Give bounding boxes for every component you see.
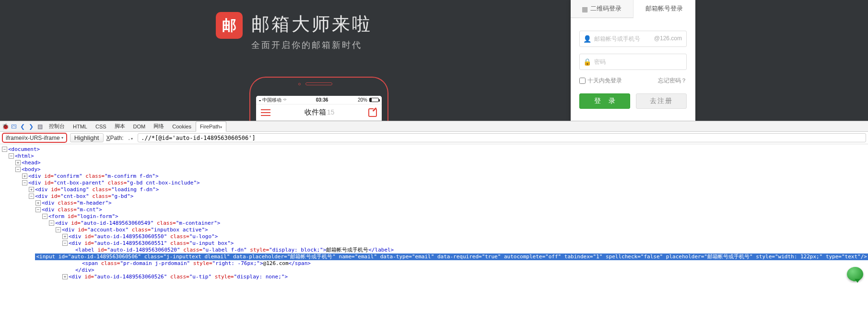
signal-icon [259, 97, 261, 103]
xpath-mode-dropdown[interactable]: . [127, 135, 135, 141]
devtools-tab-css[interactable]: CSS [92, 121, 111, 131]
xpath-input[interactable] [138, 133, 866, 142]
promo-banner: 邮 邮箱大师来啦 全面开启你的邮箱新时代 [216, 12, 372, 51]
compose-icon [368, 108, 377, 117]
devtools-tab-网络[interactable]: 网络 [150, 121, 168, 131]
promo-subtitle: 全面开启你的邮箱新时代 [251, 39, 372, 51]
firebug-icon[interactable]: 🐞 [1, 122, 10, 131]
devtools-tab-脚本[interactable]: 脚本 [111, 121, 129, 131]
devtools-tab-html[interactable]: HTML [69, 121, 92, 131]
qr-icon [582, 5, 588, 12]
status-time: 03:36 [286, 97, 358, 103]
app-header: 邮 邮箱大师来啦 全面开启你的邮箱新时代 中国移动 ⌔ 03:36 20% [0, 0, 868, 121]
register-button[interactable]: 去注册 [636, 93, 687, 109]
hamburger-icon [261, 107, 270, 118]
tab-qr-login[interactable]: 二维码登录 [571, 0, 633, 18]
highlight-button[interactable]: Highlight [70, 133, 104, 142]
console-toggle-icon[interactable]: ▤ [35, 122, 44, 131]
devtools-tab-firepath[interactable]: FirePath [196, 121, 226, 132]
devtools-tab-cookies[interactable]: Cookies [168, 121, 196, 131]
iframe-selector[interactable]: iframe#x-URS-iframe [2, 133, 67, 143]
promo-title: 邮箱大师来啦 [251, 12, 372, 36]
nav-back-icon[interactable]: ❮ [18, 122, 27, 131]
help-bubble-icon[interactable] [847, 267, 863, 281]
password-field[interactable] [579, 54, 687, 70]
login-panel: 二维码登录 邮箱帐号登录 👤 @126.com 🔒 十天内免登录 忘记密码？ 登… [571, 0, 695, 121]
devtools-panel: 🐞 ⮹ ❮ ❯ ▤ 控制台HTMLCSS脚本DOM网络CookiesFirePa… [0, 121, 868, 283]
tab-account-login[interactable]: 邮箱帐号登录 [633, 0, 696, 18]
devtools-tab-dom[interactable]: DOM [129, 121, 150, 131]
mail-logo-icon: 邮 [216, 12, 243, 39]
inbox-title: 收件箱15 [270, 108, 368, 117]
login-button[interactable]: 登 录 [579, 93, 630, 109]
battery-pct: 20% [358, 97, 367, 103]
domain-suffix: @126.com [654, 35, 682, 42]
forgot-password-link[interactable]: 忘记密码？ [658, 77, 687, 85]
login-tabs: 二维码登录 邮箱帐号登录 [571, 0, 695, 18]
devtools-tab-控制台[interactable]: 控制台 [45, 121, 69, 131]
inspector-icon[interactable]: ⮹ [10, 122, 18, 131]
selected-input-node[interactable]: <input id="auto-id-1489563060506" class=… [2, 253, 868, 260]
battery-icon [369, 98, 379, 102]
remember-checkbox[interactable]: 十天内免登录 [579, 77, 622, 85]
nav-fwd-icon[interactable]: ❯ [27, 122, 35, 131]
carrier-label: 中国移动 [262, 97, 282, 104]
xpath-label: XPath: [106, 135, 124, 141]
dom-tree[interactable]: −<document> −<html> +<head> −<body> +<di… [0, 144, 868, 283]
user-icon: 👤 [583, 35, 590, 42]
phone-mockup: 中国移动 ⌔ 03:36 20% 收件箱15 [249, 77, 388, 121]
lock-icon: 🔒 [583, 58, 590, 65]
